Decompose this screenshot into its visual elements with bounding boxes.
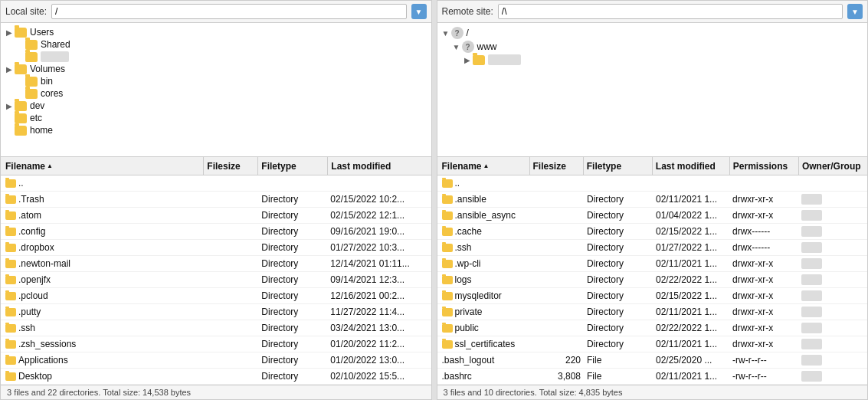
- local-cell-type-11: Directory: [258, 369, 327, 384]
- remote-row-10[interactable]: .bash_logout 220 File 02/25/2020 ... -rw…: [437, 352, 868, 369]
- local-col-lastmod-header[interactable]: Last modified: [328, 159, 431, 174]
- tree-item-cores[interactable]: cores: [1, 87, 431, 100]
- local-col-filetype-header[interactable]: Filetype: [258, 159, 327, 174]
- toggle-www[interactable]: ▼: [451, 43, 462, 51]
- remote-path-input[interactable]: [498, 4, 843, 19]
- tree-item-shared[interactable]: Shared: [1, 38, 431, 51]
- local-column-header: Filename ▲ Filesize Filetype Last modifi…: [1, 157, 431, 175]
- remote-filename-dotdot: ..: [455, 178, 460, 189]
- local-row-1[interactable]: .atom Directory 02/15/2022 12:1...: [1, 208, 431, 224]
- remote-filename-9: ssl_certificates: [455, 339, 516, 349]
- local-cell-mod-1: 02/15/2022 12:1...: [327, 208, 431, 223]
- tree-item-user2[interactable]: [1, 51, 431, 63]
- remote-cell-perms-6: drwxr-xr-x: [729, 288, 798, 303]
- local-cell-name-5: .openjfx: [1, 272, 205, 287]
- remote-col-filesize-header[interactable]: Filesize: [529, 159, 582, 174]
- local-cell-type-2: Directory: [258, 224, 327, 239]
- remote-col-lastmod-header[interactable]: Last modified: [653, 159, 729, 174]
- local-filename-6: .pcloud: [18, 290, 48, 301]
- local-cell-size-8: [205, 326, 258, 330]
- remote-col-owner-header[interactable]: Owner/Group: [799, 159, 867, 174]
- remote-cell-size-1: [530, 213, 584, 218]
- remote-cell-mod-6: 02/15/2022 1...: [653, 288, 729, 303]
- toggle-users[interactable]: ▶: [4, 28, 15, 37]
- remote-cell-type-1: Directory: [584, 208, 653, 223]
- remote-row-8[interactable]: public Directory 02/22/2022 1... drwxr-x…: [437, 320, 868, 336]
- remote-row-1[interactable]: .ansible_async Directory 01/04/2022 1...…: [437, 208, 868, 224]
- tree-item-www[interactable]: ▼ ? www: [437, 40, 868, 54]
- remote-cell-mod-5: 02/22/2022 1...: [653, 272, 729, 287]
- local-row-7[interactable]: .putty Directory 11/27/2022 11:4...: [1, 304, 431, 320]
- toggle-root[interactable]: ▼: [441, 29, 451, 38]
- remote-cell-perms-10: -rw-r--r--: [729, 352, 798, 368]
- remote-cell-name-6: mysqleditor: [437, 288, 531, 303]
- tree-item-home[interactable]: home: [1, 124, 431, 136]
- remote-row-11[interactable]: .bashrc 3,808 File 02/11/2021 1... -rw-r…: [437, 369, 868, 385]
- local-path-input[interactable]: [51, 4, 406, 19]
- local-row-2[interactable]: .config Directory 09/16/2021 19:0...: [1, 224, 431, 240]
- tree-label-home: home: [30, 125, 53, 136]
- panes-container: Local site: ▼ ▶ Users Shared: [0, 0, 868, 400]
- local-folder-icon-4: [5, 260, 16, 268]
- remote-cell-perms-9: drwxr-xr-x: [729, 336, 798, 352]
- remote-row-3[interactable]: .ssh Directory 01/27/2022 1... drwx-----…: [437, 240, 868, 256]
- remote-cell-mod-4: 02/11/2021 1...: [653, 256, 729, 271]
- remote-row-dotdot[interactable]: ..: [437, 175, 868, 192]
- remote-row-9[interactable]: ssl_certificates Directory 02/11/2021 1.…: [437, 336, 868, 352]
- remote-row-5[interactable]: logs Directory 02/22/2022 1... drwxr-xr-…: [437, 272, 868, 288]
- local-row-4[interactable]: .newton-mail Directory 12/14/2021 01:11.…: [1, 256, 431, 272]
- local-dropdown-btn[interactable]: ▼: [411, 4, 427, 19]
- remote-filename-2: .cache: [455, 226, 482, 237]
- toggle-www-sub[interactable]: ▶: [462, 56, 473, 64]
- local-row-0[interactable]: .Trash Directory 02/15/2022 10:2...: [1, 192, 431, 208]
- tree-item-users[interactable]: ▶ Users: [1, 26, 431, 38]
- local-row-11[interactable]: Desktop Directory 02/10/2022 15:5...: [1, 369, 431, 385]
- remote-col-perms-header[interactable]: Permissions: [730, 159, 798, 174]
- local-row-9[interactable]: .zsh_sessions Directory 01/20/2022 11:2.…: [1, 336, 431, 352]
- toggle-dev[interactable]: ▶: [4, 102, 15, 110]
- local-filetype-label: Filetype: [261, 161, 296, 172]
- tree-item-etc[interactable]: etc: [1, 112, 431, 124]
- remote-cell-perms-5: drwxr-xr-x: [729, 272, 798, 287]
- local-row-3[interactable]: .dropbox Directory 01/27/2022 10:3...: [1, 240, 431, 256]
- remote-row-7[interactable]: private Directory 02/11/2021 1... drwxr-…: [437, 304, 868, 320]
- local-row-8[interactable]: .ssh Directory 03/24/2021 13:0...: [1, 320, 431, 336]
- remote-col-filename-header[interactable]: Filename ▲: [437, 159, 529, 174]
- local-filename-7: .putty: [18, 307, 41, 317]
- folder-icon-bin: [25, 77, 38, 87]
- local-row-5[interactable]: .openjfx Directory 09/14/2021 12:3...: [1, 272, 431, 288]
- remote-row-6[interactable]: mysqleditor Directory 02/15/2022 1... dr…: [437, 288, 868, 304]
- local-row-10[interactable]: Applications Directory 01/20/2022 13:0..…: [1, 352, 431, 369]
- tree-item-root[interactable]: ▼ ? /: [437, 26, 868, 40]
- local-cell-size-7: [205, 310, 258, 314]
- remote-cell-size-4: [530, 261, 584, 266]
- tree-item-www-sub[interactable]: ▶: [437, 54, 868, 66]
- remote-cell-owner-8: [798, 320, 867, 336]
- local-folder-icon-1: [5, 211, 16, 220]
- toggle-volumes[interactable]: ▶: [4, 65, 15, 74]
- remote-cell-name-9: ssl_certificates: [437, 336, 531, 352]
- local-col-filesize-header[interactable]: Filesize: [204, 159, 257, 174]
- tree-item-volumes[interactable]: ▶ Volumes: [1, 63, 431, 75]
- remote-cell-type-10: File: [584, 352, 653, 368]
- local-row-dotdot[interactable]: ..: [1, 175, 431, 192]
- remote-row-2[interactable]: .cache Directory 02/15/2022 1... drwx---…: [437, 224, 868, 240]
- local-filename-1: .atom: [18, 210, 41, 221]
- remote-col-filetype-header[interactable]: Filetype: [584, 159, 652, 174]
- remote-filename-7: private: [455, 307, 483, 317]
- remote-cell-type-11: File: [584, 369, 653, 384]
- remote-filename-label: Filename: [442, 161, 482, 172]
- remote-cell-type-5: Directory: [584, 272, 653, 287]
- local-col-filename-header[interactable]: Filename ▲: [1, 159, 203, 174]
- remote-cell-mod-0: 02/11/2021 1...: [653, 192, 729, 207]
- remote-cell-type-4: Directory: [584, 256, 653, 271]
- tree-item-dev[interactable]: ▶ dev: [1, 100, 431, 112]
- remote-row-4[interactable]: .wp-cli Directory 02/11/2021 1... drwxr-…: [437, 256, 868, 272]
- tree-item-bin[interactable]: bin: [1, 75, 431, 87]
- remote-dropdown-btn[interactable]: ▼: [847, 4, 863, 19]
- local-folder-icon-10: [5, 356, 16, 365]
- remote-cell-name-2: .cache: [437, 224, 531, 239]
- remote-row-0[interactable]: .ansible Directory 02/11/2021 1... drwxr…: [437, 192, 868, 208]
- local-row-6[interactable]: .pcloud Directory 12/16/2021 00:2...: [1, 288, 431, 304]
- local-cell-mod-11: 02/10/2022 15:5...: [327, 369, 431, 384]
